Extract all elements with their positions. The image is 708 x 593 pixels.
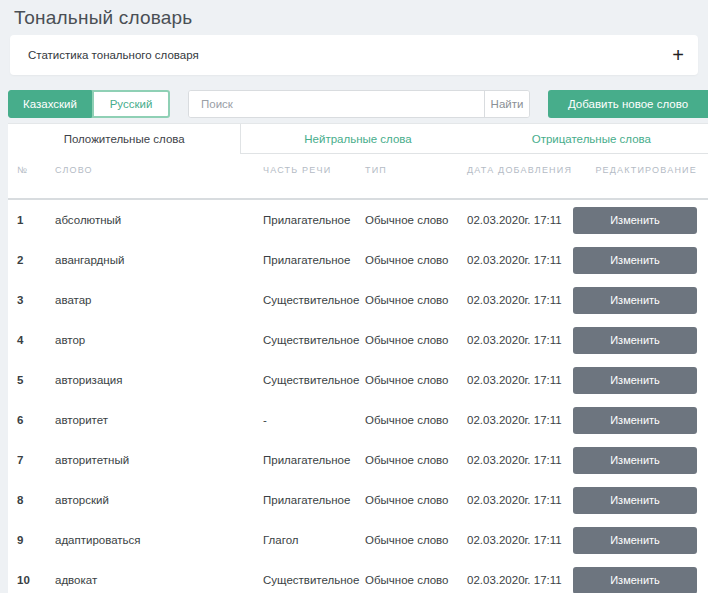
row-date-added: 02.03.2020г. 17:11 [467, 574, 573, 586]
row-part-of-speech: Существительное [263, 294, 365, 306]
table-row: 2 авангардный Прилагательное Обычное сло… [8, 240, 708, 280]
row-type: Обычное слово [365, 334, 467, 346]
row-number: 6 [17, 414, 55, 426]
edit-button[interactable]: Изменить [573, 207, 697, 234]
row-edit-cell: Изменить [573, 487, 697, 514]
row-word: автор [55, 334, 263, 346]
row-type: Обычное слово [365, 494, 467, 506]
language-button-kazakh[interactable]: Казахский [8, 90, 92, 118]
row-edit-cell: Изменить [573, 447, 697, 474]
edit-button[interactable]: Изменить [573, 247, 697, 274]
search-input[interactable] [189, 91, 484, 117]
table-row: 7 авторитетный Прилагательное Обычное сл… [8, 440, 708, 480]
edit-button[interactable]: Изменить [573, 367, 697, 394]
expand-plus-icon[interactable]: + [672, 45, 684, 65]
row-type: Обычное слово [365, 454, 467, 466]
row-number: 8 [17, 494, 55, 506]
edit-button[interactable]: Изменить [573, 487, 697, 514]
row-date-added: 02.03.2020г. 17:11 [467, 534, 573, 546]
row-edit-cell: Изменить [573, 567, 697, 593]
table-row: 9 адаптироваться Глагол Обычное слово 02… [8, 520, 708, 560]
edit-button[interactable]: Изменить [573, 287, 697, 314]
edit-button[interactable]: Изменить [573, 447, 697, 474]
row-word: авторитет [55, 414, 263, 426]
row-word: авторский [55, 494, 263, 506]
table-row: 8 авторский Прилагательное Обычное слово… [8, 480, 708, 520]
column-header-number: № [17, 154, 55, 178]
column-header-date-added: ДАТА ДОБАВЛЕНИЯ [467, 154, 573, 178]
row-type: Обычное слово [365, 254, 467, 266]
row-edit-cell: Изменить [573, 367, 697, 394]
dictionary-card: Положительные слова Нейтральные слова От… [8, 123, 708, 593]
row-date-added: 02.03.2020г. 17:11 [467, 294, 573, 306]
row-word: адвокат [55, 574, 263, 586]
table-row: 10 адвокат Существительное Обычное слово… [8, 560, 708, 593]
row-type: Обычное слово [365, 574, 467, 586]
row-type: Обычное слово [365, 294, 467, 306]
table-row: 1 абсолютный Прилагательное Обычное слов… [8, 200, 708, 240]
tonality-tabs: Положительные слова Нейтральные слова От… [8, 124, 708, 154]
search-button[interactable]: Найти [484, 91, 529, 117]
row-word: авторизация [55, 374, 263, 386]
table-body: 1 абсолютный Прилагательное Обычное слов… [8, 200, 708, 593]
column-header-type: ТИП [365, 154, 467, 178]
row-number: 10 [17, 574, 55, 586]
tab-neutral-words[interactable]: Нейтральные слова [241, 124, 474, 154]
row-part-of-speech: Существительное [263, 334, 365, 346]
edit-button[interactable]: Изменить [573, 527, 697, 554]
statistics-panel-label: Статистика тонального словаря [28, 49, 199, 61]
table-row: 6 авторитет - Обычное слово 02.03.2020г.… [8, 400, 708, 440]
row-type: Обычное слово [365, 414, 467, 426]
row-date-added: 02.03.2020г. 17:11 [467, 414, 573, 426]
row-date-added: 02.03.2020г. 17:11 [467, 454, 573, 466]
controls-bar: Казахский Русский Найти Добавить новое с… [8, 90, 708, 118]
row-number: 2 [17, 254, 55, 266]
table-row: 4 автор Существительное Обычное слово 02… [8, 320, 708, 360]
row-part-of-speech: Существительное [263, 574, 365, 586]
column-header-part-of-speech: ЧАСТЬ РЕЧИ [263, 154, 365, 178]
row-part-of-speech: Прилагательное [263, 454, 365, 466]
table-header-row: № СЛОВО ЧАСТЬ РЕЧИ ТИП ДАТА ДОБАВЛЕНИЯ Р… [8, 154, 708, 200]
language-button-russian[interactable]: Русский [92, 90, 170, 118]
language-toggle-group: Казахский Русский [8, 90, 170, 118]
row-part-of-speech: Существительное [263, 374, 365, 386]
edit-button[interactable]: Изменить [573, 407, 697, 434]
row-date-added: 02.03.2020г. 17:11 [467, 214, 573, 226]
row-type: Обычное слово [365, 534, 467, 546]
table-row: 5 авторизация Существительное Обычное сл… [8, 360, 708, 400]
row-number: 3 [17, 294, 55, 306]
add-word-button[interactable]: Добавить новое слово [548, 90, 708, 118]
row-edit-cell: Изменить [573, 407, 697, 434]
row-type: Обычное слово [365, 374, 467, 386]
row-number: 1 [17, 214, 55, 226]
page-title: Тональный словарь [0, 0, 708, 29]
row-number: 7 [17, 454, 55, 466]
column-header-word: СЛОВО [55, 154, 263, 178]
row-word: авангардный [55, 254, 263, 266]
row-edit-cell: Изменить [573, 247, 697, 274]
table-row: 3 аватар Существительное Обычное слово 0… [8, 280, 708, 320]
row-edit-cell: Изменить [573, 287, 697, 314]
row-number: 4 [17, 334, 55, 346]
row-word: адаптироваться [55, 534, 263, 546]
row-date-added: 02.03.2020г. 17:11 [467, 254, 573, 266]
row-part-of-speech: Прилагательное [263, 214, 365, 226]
row-edit-cell: Изменить [573, 207, 697, 234]
tab-positive-words[interactable]: Положительные слова [8, 124, 241, 154]
row-date-added: 02.03.2020г. 17:11 [467, 334, 573, 346]
tab-negative-words[interactable]: Отрицательные слова [475, 124, 708, 154]
row-number: 5 [17, 374, 55, 386]
row-part-of-speech: Глагол [263, 534, 365, 546]
row-word: аватар [55, 294, 263, 306]
edit-button[interactable]: Изменить [573, 327, 697, 354]
statistics-panel-toggle[interactable]: Статистика тонального словаря + [10, 35, 698, 75]
edit-button[interactable]: Изменить [573, 567, 697, 593]
column-header-edit: РЕДАКТИРОВАНИЕ [573, 154, 697, 178]
search-group: Найти [188, 90, 530, 118]
row-word: авторитетный [55, 454, 263, 466]
row-date-added: 02.03.2020г. 17:11 [467, 494, 573, 506]
row-date-added: 02.03.2020г. 17:11 [467, 374, 573, 386]
row-number: 9 [17, 534, 55, 546]
row-part-of-speech: Прилагательное [263, 494, 365, 506]
row-edit-cell: Изменить [573, 327, 697, 354]
